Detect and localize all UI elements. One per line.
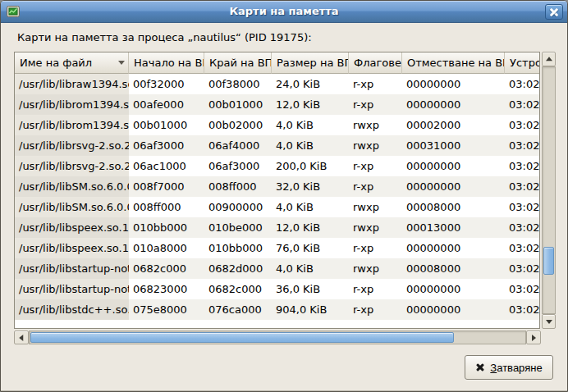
horizontal-scrollbar[interactable] bbox=[14, 330, 541, 344]
column-header[interactable]: Име на файл bbox=[15, 52, 129, 74]
table-cell: 008f7000 bbox=[129, 176, 204, 197]
table-cell: 03:02 bbox=[505, 94, 540, 115]
vertical-scrollbar[interactable] bbox=[542, 52, 556, 329]
memory-maps-table: Име на файлНачало на ВПКрай на ВПРазмер … bbox=[14, 52, 540, 329]
table-cell: r-xp bbox=[349, 279, 402, 299]
column-header-label: Име на файл bbox=[20, 57, 92, 69]
table-cell: rwxp bbox=[349, 217, 402, 238]
table-row[interactable]: /usr/lib/libSM.so.6.0.0008ff000009000004… bbox=[15, 197, 540, 217]
table-cell: 00b01000 bbox=[129, 115, 204, 135]
table-cell: /usr/lib/librsvg-2.so.2 bbox=[15, 156, 129, 176]
arrow-left-icon bbox=[19, 335, 23, 341]
table-cell: 12,0 KiB bbox=[272, 217, 349, 238]
table-cell: 03:02 bbox=[505, 197, 540, 217]
table-row[interactable]: /usr/lib/librom1394.so00afe00000b0100012… bbox=[15, 94, 540, 115]
memory-maps-dialog: Карти на паметта Карти на паметта за про… bbox=[0, 0, 568, 392]
table-row[interactable]: /usr/lib/libraw1394.so00f3200000f3800024… bbox=[15, 74, 540, 94]
table-cell: /usr/lib/libstartup-noti bbox=[15, 258, 129, 279]
column-header-label: Отместване на ВП bbox=[407, 57, 505, 69]
dialog-description: Карти на паметта за процеса „nautilus“ (… bbox=[17, 31, 312, 43]
column-header[interactable]: Отместване на ВП bbox=[402, 52, 505, 74]
table-cell: 76,0 KiB bbox=[272, 238, 349, 258]
scroll-left-button[interactable] bbox=[14, 330, 29, 344]
table-cell: 4,0 KiB bbox=[272, 258, 349, 279]
table-cell: 00000000 bbox=[402, 74, 505, 94]
table-row[interactable]: /usr/lib/libspeex.so.1010a8000010bb00076… bbox=[15, 238, 540, 258]
arrow-right-icon bbox=[532, 335, 536, 341]
table-cell: /usr/lib/librom1394.so bbox=[15, 94, 129, 115]
close-dialog-button[interactable]: Затваряне bbox=[465, 355, 553, 380]
table-cell: 06af3000 bbox=[204, 156, 272, 176]
table-cell: rwxp bbox=[349, 115, 402, 135]
table-body: /usr/lib/libraw1394.so00f3200000f3800024… bbox=[15, 74, 540, 320]
table-cell: /usr/lib/libstartup-noti bbox=[15, 279, 129, 299]
table-cell: 06af3000 bbox=[129, 135, 204, 156]
column-header-label: Размер на ВП bbox=[277, 57, 349, 69]
close-x-icon bbox=[475, 363, 484, 372]
column-header[interactable]: Размер на ВП bbox=[272, 52, 349, 74]
vertical-scroll-trough[interactable] bbox=[542, 66, 556, 314]
table-row[interactable]: /usr/lib/librsvg-2.so.206af300006af40004… bbox=[15, 135, 540, 156]
table-cell: 0682c000 bbox=[204, 279, 272, 299]
table-cell: 00afe000 bbox=[129, 94, 204, 115]
table-cell: /usr/lib/librom1394.so bbox=[15, 115, 129, 135]
table-cell: 00008000 bbox=[402, 258, 505, 279]
column-header[interactable]: Устройство bbox=[505, 52, 540, 74]
table-cell: 008ff000 bbox=[129, 197, 204, 217]
table-cell: /usr/lib/librsvg-2.so.2 bbox=[15, 135, 129, 156]
table-cell: 03:02 bbox=[505, 217, 540, 238]
table-row[interactable]: /usr/lib/librsvg-2.so.206ac100006af30002… bbox=[15, 156, 540, 176]
table-cell: 03:02 bbox=[505, 115, 540, 135]
close-button-label: Затваряне bbox=[490, 362, 542, 374]
table-row[interactable]: /usr/lib/libspeex.so.1010bb000010be00012… bbox=[15, 217, 540, 238]
column-header-label: Начало на ВП bbox=[134, 57, 204, 69]
table-row[interactable]: /usr/lib/libstdc++.so.6075e8000076ca0009… bbox=[15, 299, 540, 320]
table-row[interactable]: /usr/lib/libstartup-noti068230000682c000… bbox=[15, 279, 540, 299]
horizontal-scroll-thumb[interactable] bbox=[30, 332, 454, 343]
table-cell: r-xp bbox=[349, 74, 402, 94]
table-cell: 0682d000 bbox=[204, 258, 272, 279]
table-cell: 32,0 KiB bbox=[272, 176, 349, 197]
table-cell: 00000000 bbox=[402, 238, 505, 258]
table-cell: 00000000 bbox=[402, 156, 505, 176]
column-header[interactable]: Начало на ВП bbox=[129, 52, 204, 74]
table-cell: rwxp bbox=[349, 258, 402, 279]
horizontal-scroll-trough[interactable] bbox=[29, 330, 526, 344]
table-cell: 03:02 bbox=[505, 258, 540, 279]
table-cell: 00900000 bbox=[204, 197, 272, 217]
table-cell: 00f38000 bbox=[204, 74, 272, 94]
table-cell: 00b01000 bbox=[204, 94, 272, 115]
table-cell: 200,0 KiB bbox=[272, 156, 349, 176]
table-cell: 06823000 bbox=[129, 279, 204, 299]
table-row[interactable]: /usr/lib/libSM.so.6.0.0008f7000008ff0003… bbox=[15, 176, 540, 197]
scroll-right-button[interactable] bbox=[526, 330, 541, 344]
scroll-down-button[interactable] bbox=[542, 314, 556, 329]
column-header[interactable]: Флагове bbox=[349, 52, 402, 74]
table-cell: 0682c000 bbox=[129, 258, 204, 279]
table-cell: /usr/lib/libspeex.so.1 bbox=[15, 238, 129, 258]
table-cell: rwxp bbox=[349, 135, 402, 156]
table-cell: 24,0 KiB bbox=[272, 74, 349, 94]
vertical-scroll-thumb[interactable] bbox=[543, 247, 554, 275]
table-row[interactable]: /usr/lib/librom1394.so00b0100000b020004,… bbox=[15, 115, 540, 135]
table-row[interactable]: /usr/lib/libstartup-noti0682c0000682d000… bbox=[15, 258, 540, 279]
column-header[interactable]: Край на ВП bbox=[204, 52, 272, 74]
table-cell: 4,0 KiB bbox=[272, 197, 349, 217]
scroll-up-button[interactable] bbox=[542, 52, 556, 66]
table-cell: r-xp bbox=[349, 299, 402, 320]
table-cell: 00002000 bbox=[402, 115, 505, 135]
table-cell: /usr/lib/libspeex.so.1 bbox=[15, 217, 129, 238]
table-cell: r-xp bbox=[349, 94, 402, 115]
window-close-button[interactable] bbox=[545, 4, 563, 20]
table-cell: 36,0 KiB bbox=[272, 279, 349, 299]
arrow-down-icon bbox=[546, 320, 552, 324]
table-cell: 03:02 bbox=[505, 135, 540, 156]
table-cell: 03:02 bbox=[505, 74, 540, 94]
table-cell: 06af4000 bbox=[204, 135, 272, 156]
titlebar[interactable]: Карти на паметта bbox=[1, 1, 567, 23]
table-cell: /usr/lib/libSM.so.6.0.0 bbox=[15, 176, 129, 197]
table-cell: 010bb000 bbox=[204, 238, 272, 258]
table-cell: 00031000 bbox=[402, 135, 505, 156]
table-cell: 00008000 bbox=[402, 197, 505, 217]
table-cell: 008ff000 bbox=[204, 176, 272, 197]
